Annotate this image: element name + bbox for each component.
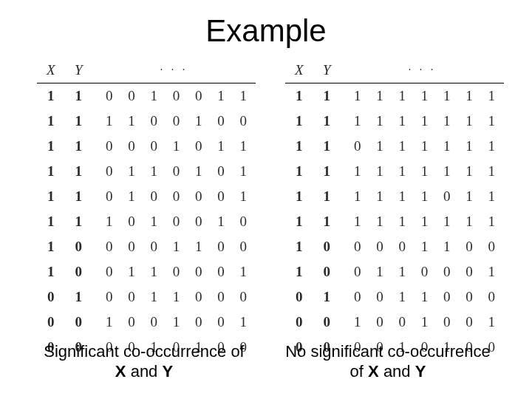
cell-y: 1: [65, 134, 93, 159]
cell-bits: 0 0 0 1 1 0 0: [341, 234, 504, 259]
page-title: Example: [30, 13, 502, 49]
cell-bits: 1 0 0 1 0 0 1: [341, 310, 504, 335]
cell-x: 1: [285, 184, 313, 209]
slide: Example X Y · · · 110 0 1 0 0 1 1111 1 0…: [0, 0, 532, 399]
cell-bits: 1 1 1 1 1 1 1: [341, 159, 504, 184]
table-row: 010 0 1 1 0 0 0: [285, 284, 504, 310]
right-caption: No significant co-occurrence of X and Y: [281, 342, 495, 381]
cell-x: 1: [285, 134, 313, 159]
cell-y: 0: [313, 234, 341, 259]
table-row: 111 1 1 1 1 1 1: [285, 83, 504, 109]
cell-x: 0: [285, 284, 313, 310]
cell-x: 1: [285, 159, 313, 184]
cell-y: 0: [313, 310, 341, 335]
col-header-y: Y: [65, 59, 93, 83]
cell-x: 1: [37, 83, 65, 109]
cell-bits: 0 1 1 1 1 1 1: [341, 134, 504, 159]
cell-y: 1: [313, 83, 341, 109]
captions-row: Significant co-occurrence of X and Y No …: [30, 342, 502, 381]
cell-x: 1: [285, 259, 313, 284]
caption-y: Y: [162, 362, 173, 381]
cell-bits: 0 0 0 1 0 1 1: [92, 134, 256, 159]
col-header-rest: · · ·: [341, 59, 504, 83]
cell-bits: 1 1 1 1 1 1 1: [341, 109, 504, 134]
cell-y: 0: [65, 234, 93, 259]
col-header-y: Y: [313, 59, 341, 83]
cell-y: 1: [65, 83, 93, 109]
table-row: 111 1 0 0 1 0 0: [37, 109, 256, 134]
cell-y: 1: [65, 209, 93, 234]
table-row: 100 1 1 0 0 0 1: [285, 259, 504, 284]
caption-text: and: [379, 362, 415, 381]
tables-container: X Y · · · 110 0 1 0 0 1 1111 1 0 0 1 0 0…: [30, 59, 502, 360]
table-row: 111 1 1 1 1 1 1: [285, 159, 504, 184]
cell-y: 1: [65, 184, 93, 209]
table-row: 111 0 1 0 0 1 0: [37, 209, 256, 234]
cell-y: 1: [65, 159, 93, 184]
cell-x: 1: [37, 159, 65, 184]
cell-y: 1: [313, 134, 341, 159]
table-row: 111 1 1 1 0 1 1: [285, 184, 504, 209]
cell-y: 1: [313, 159, 341, 184]
right-table-wrap: X Y · · · 111 1 1 1 1 1 1111 1 1 1 1 1 1…: [285, 59, 504, 360]
table-row: 111 1 1 1 1 1 1: [285, 109, 504, 134]
cell-x: 1: [285, 209, 313, 234]
table-row: 100 1 1 0 0 0 1: [37, 259, 256, 284]
table-row: 100 0 0 1 1 0 0: [37, 234, 256, 259]
cell-bits: 0 1 1 0 1 0 1: [92, 159, 256, 184]
caption-y: Y: [415, 362, 426, 381]
cell-y: 0: [65, 259, 93, 284]
cell-x: 0: [37, 310, 65, 335]
cell-x: 1: [37, 209, 65, 234]
table-row: 110 1 1 0 1 0 1: [37, 159, 256, 184]
cell-x: 1: [37, 109, 65, 134]
table-row: 111 1 1 1 1 1 1: [285, 209, 504, 234]
table-row: 110 0 1 0 0 1 1: [37, 83, 256, 109]
cell-bits: 1 0 0 1 0 0 1: [92, 310, 256, 335]
cell-bits: 1 1 1 1 1 1 1: [341, 83, 504, 109]
cell-bits: 1 1 0 0 1 0 0: [92, 109, 256, 134]
table-row: 100 0 0 1 1 0 0: [285, 234, 504, 259]
left-caption: Significant co-occurrence of X and Y: [37, 342, 251, 381]
cell-x: 1: [37, 234, 65, 259]
cell-bits: 0 1 1 0 0 0 1: [92, 259, 256, 284]
table-row: 110 1 1 1 1 1 1: [285, 134, 504, 159]
cell-bits: 1 1 1 1 0 1 1: [341, 184, 504, 209]
cell-bits: 0 0 1 0 0 1 1: [92, 83, 256, 109]
cell-y: 1: [313, 284, 341, 310]
cell-y: 1: [313, 209, 341, 234]
caption-text: and: [126, 362, 163, 381]
cell-y: 1: [65, 109, 93, 134]
cell-bits: 0 0 0 1 1 0 0: [92, 234, 256, 259]
cell-x: 1: [285, 109, 313, 134]
cell-x: 1: [37, 134, 65, 159]
cell-bits: 0 0 1 1 0 0 0: [92, 284, 256, 310]
cell-bits: 1 1 1 1 1 1 1: [341, 209, 504, 234]
cell-x: 1: [37, 259, 65, 284]
col-header-x: X: [285, 59, 313, 83]
caption-x: X: [368, 362, 379, 381]
cell-y: 0: [313, 259, 341, 284]
left-table: X Y · · · 110 0 1 0 0 1 1111 1 0 0 1 0 0…: [37, 59, 256, 360]
cell-bits: 0 1 1 0 0 0 1: [341, 259, 504, 284]
table-row: 110 1 0 0 0 0 1: [37, 184, 256, 209]
cell-y: 1: [313, 184, 341, 209]
cell-x: 1: [285, 83, 313, 109]
cell-y: 0: [65, 310, 93, 335]
cell-bits: 0 0 1 1 0 0 0: [341, 284, 504, 310]
col-header-rest: · · ·: [92, 59, 256, 83]
cell-x: 0: [285, 310, 313, 335]
table-row: 010 0 1 1 0 0 0: [37, 284, 256, 310]
caption-x: X: [115, 362, 126, 381]
cell-y: 1: [65, 284, 93, 310]
right-table: X Y · · · 111 1 1 1 1 1 1111 1 1 1 1 1 1…: [285, 59, 504, 360]
col-header-x: X: [37, 59, 65, 83]
caption-text: Significant co-occurrence of: [44, 342, 244, 361]
table-row: 110 0 0 1 0 1 1: [37, 134, 256, 159]
cell-bits: 0 1 0 0 0 0 1: [92, 184, 256, 209]
left-table-wrap: X Y · · · 110 0 1 0 0 1 1111 1 0 0 1 0 0…: [37, 59, 256, 360]
table-row: 001 0 0 1 0 0 1: [285, 310, 504, 335]
cell-x: 0: [37, 284, 65, 310]
cell-x: 1: [285, 234, 313, 259]
table-row: 001 0 0 1 0 0 1: [37, 310, 256, 335]
